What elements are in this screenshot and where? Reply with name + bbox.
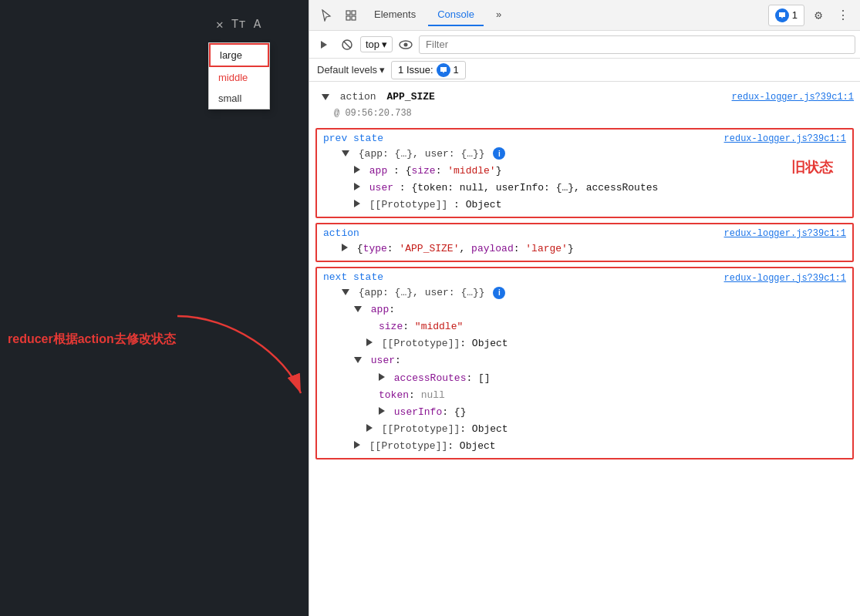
next-expand-icon[interactable] <box>342 289 349 295</box>
ban-button[interactable] <box>337 35 357 55</box>
prev-expand-icon[interactable] <box>342 150 349 157</box>
tab-elements[interactable]: Elements <box>365 4 425 26</box>
inspect-icon[interactable] <box>340 5 362 26</box>
eye-button[interactable] <box>396 35 416 55</box>
next-app-expand-icon[interactable] <box>354 306 362 312</box>
next-root-proto-line: [[Prototype]]: Object <box>320 438 849 455</box>
arrow-svg <box>0 293 316 409</box>
issue-badge[interactable]: 1 Issue: 1 <box>391 61 466 79</box>
app-expand-icon[interactable] <box>354 166 360 173</box>
dropdown-item-middle[interactable]: middle <box>209 67 269 88</box>
text-size-icon[interactable]: Tт <box>231 18 246 32</box>
devtools-panel: Elements Console » 1 ⚙ ⋮ top ▾ <box>309 0 860 616</box>
next-token-line: token: null <box>320 387 849 404</box>
message-icon <box>775 8 789 22</box>
filter-input[interactable] <box>419 35 855 54</box>
next-state-link[interactable]: redux-logger.js?39c1:1 <box>724 273 846 284</box>
log-action-header: action APP_SIZE redux-logger.js?39c1:1 @… <box>309 88 860 123</box>
next-user-proto-icon[interactable] <box>366 424 373 432</box>
next-app-proto-line: [[Prototype]]: Object <box>320 335 849 352</box>
console-toolbar: top ▾ <box>309 31 860 59</box>
devtools-toolbar: Elements Console » 1 ⚙ ⋮ <box>309 0 860 31</box>
dropdown-item-small[interactable]: small <box>209 88 269 109</box>
settings-icon[interactable]: ⚙ <box>808 5 829 26</box>
chevron-down-icon: ▾ <box>379 64 385 76</box>
user-expand-icon[interactable] <box>354 183 360 190</box>
next-state-box: next state redux-logger.js?39c1:1 {app: … <box>315 267 854 459</box>
next-userinfo-icon[interactable] <box>379 407 385 415</box>
prev-state-box: prev state redux-logger.js?39c1:1 {app: … <box>315 128 854 218</box>
next-access-line: accessRoutes: [] <box>320 370 849 387</box>
left-panel: ✕ Tт A large middle small reducer根据actio… <box>0 0 309 616</box>
console-content: action APP_SIZE redux-logger.js?39c1:1 @… <box>309 82 860 616</box>
next-access-icon[interactable] <box>379 373 385 381</box>
action-link[interactable]: redux-logger.js?39c1:1 <box>724 228 846 239</box>
proto-expand-icon[interactable] <box>354 200 360 207</box>
run-button[interactable] <box>314 35 334 55</box>
issue-icon <box>437 63 450 77</box>
svg-point-9 <box>404 42 408 46</box>
info-icon: i <box>493 147 505 160</box>
next-app-label: app: <box>320 301 849 318</box>
next-info-icon: i <box>493 287 505 299</box>
top-selector[interactable]: top ▾ <box>360 36 393 52</box>
expand-icon[interactable] <box>322 94 329 100</box>
reducer-annotation: reducer根据action去修改状态 <box>8 332 176 348</box>
toolbar-icons: ✕ Tт A <box>216 17 261 32</box>
next-app-proto-icon[interactable] <box>366 338 373 346</box>
default-levels-dropdown[interactable]: Default levels ▾ <box>317 64 385 76</box>
prev-obj-line: {app: {…}, user: {…}} i <box>320 146 849 163</box>
tab-console[interactable]: Console <box>428 4 484 26</box>
more-options-icon[interactable]: ⋮ <box>832 5 854 26</box>
cursor-icon[interactable] <box>315 5 337 26</box>
dropdown-item-large[interactable]: large <box>209 43 269 67</box>
font-icon[interactable]: A <box>254 18 261 32</box>
action-obj-line: {type: 'APP_SIZE', payload: 'large'} <box>320 241 849 258</box>
prev-user-line: user : {token: null, userInfo: {…}, acce… <box>320 180 849 197</box>
issues-bar: Default levels ▾ 1 Issue: 1 <box>309 59 860 82</box>
prev-state-label: prev state <box>323 133 383 144</box>
svg-rect-2 <box>352 11 356 15</box>
svg-rect-1 <box>346 11 350 15</box>
next-root-proto-icon[interactable] <box>354 441 360 449</box>
next-user-proto-line: [[Prototype]]: Object <box>320 421 849 438</box>
action-section-label: action <box>323 227 359 239</box>
svg-rect-4 <box>352 16 356 20</box>
svg-marker-5 <box>321 41 327 49</box>
prev-app-line: app : {size: 'middle'} <box>320 163 849 180</box>
next-obj-line: {app: {…}, user: {…}} i <box>320 284 849 301</box>
next-user-expand-icon[interactable] <box>354 357 362 363</box>
tab-more[interactable]: » <box>487 4 511 26</box>
svg-rect-3 <box>346 16 350 20</box>
action-obj-expand-icon[interactable] <box>342 244 348 251</box>
prev-proto-line: [[Prototype]] : Object <box>320 197 849 214</box>
dropdown-menu: large middle small <box>208 42 270 109</box>
next-size-line: size: "middle" <box>320 318 849 335</box>
prev-state-link[interactable]: redux-logger.js?39c1:1 <box>724 133 846 144</box>
action-box: action redux-logger.js?39c1:1 {type: 'AP… <box>315 223 854 262</box>
close-icon[interactable]: ✕ <box>216 17 224 32</box>
message-badge-button[interactable]: 1 <box>768 5 804 26</box>
svg-line-7 <box>344 41 351 48</box>
next-state-label: next state <box>323 271 383 283</box>
next-user-label: user: <box>320 352 849 369</box>
chevron-down-icon: ▾ <box>382 39 387 50</box>
old-state-annotation: 旧状态 <box>791 158 833 177</box>
log-link-1[interactable]: redux-logger.js?39c1:1 <box>732 90 854 105</box>
next-userinfo-line: userInfo: {} <box>320 404 849 421</box>
